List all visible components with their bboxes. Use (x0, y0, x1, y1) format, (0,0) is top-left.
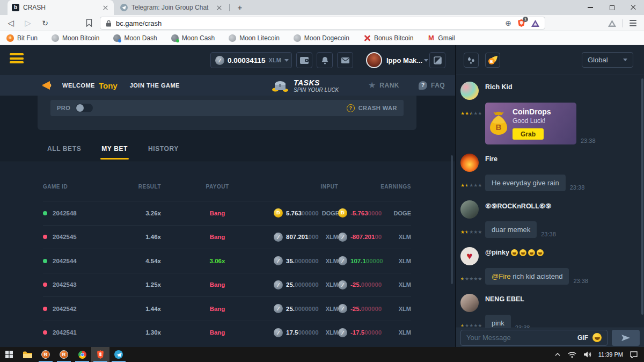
bat-rewards-icon[interactable] (531, 20, 539, 27)
system-tray: 11:39 PM (555, 351, 644, 358)
moon-coin-green-dot-icon (171, 34, 179, 42)
site-header: 0.00034115 XLM Ippo Mak... (0, 45, 455, 75)
result-value: 1.30x (134, 329, 161, 336)
payout-value: Bang (161, 234, 274, 240)
taskbar-app-brave[interactable] (91, 347, 109, 362)
rain-button[interactable] (464, 53, 479, 68)
wallet-button[interactable] (296, 52, 312, 68)
megaphone-icon (42, 81, 54, 90)
tab-close-icon[interactable] (101, 4, 109, 12)
game-panel: PRO ? CRASH WAR (38, 96, 416, 130)
rank-link[interactable]: ★ RANK (368, 81, 399, 90)
table-row[interactable]: 2042541 1.30x Bang 17.5000000XLM -17.500… (43, 321, 411, 345)
browser-toolbar: ◁ ▷ ↻ bc.game/crash ⊕ 1 (0, 15, 644, 31)
send-arrow-icon (621, 334, 631, 342)
game-id: 2042545 (53, 234, 77, 240)
kissing-emoji-icon (528, 249, 535, 256)
address-bar[interactable]: bc.game/crash ⊕ 1 (100, 17, 545, 30)
emoji-picker-icon[interactable] (592, 333, 602, 342)
clock[interactable]: 11:39 PM (598, 351, 623, 358)
save-page-plus-icon[interactable]: ⊕ (505, 19, 511, 27)
coindrops-subtitle: Good Luck! (513, 117, 551, 125)
bookmark-gmail[interactable]: MGmail (427, 34, 455, 42)
tab-all-bets[interactable]: ALL BETS (47, 145, 81, 160)
window-maximize-button[interactable] (601, 0, 623, 15)
bookmark-bonus-bitcoin[interactable]: Bonus Bitcoin (363, 34, 413, 42)
table-row[interactable]: 2042545 1.46x Bang 807.201000XLM -807.20… (43, 225, 411, 249)
taskbar-app-telegram[interactable] (109, 347, 128, 362)
tab-close-icon[interactable] (215, 4, 223, 12)
bookmark-moon-cash[interactable]: Moon Cash (171, 34, 215, 42)
pro-bar: PRO ? CRASH WAR (50, 100, 404, 116)
chat-toggle-button[interactable] (429, 52, 445, 68)
message-input-box[interactable]: GIF (460, 330, 608, 346)
avatar[interactable]: ♥ (460, 247, 479, 265)
avatar[interactable] (460, 82, 479, 100)
question-icon: ? (419, 81, 427, 90)
notifications-button[interactable] (317, 52, 333, 68)
table-row[interactable]: 2042544 4.54x 3.06x 35.0000000XLM 107.10… (43, 249, 411, 273)
forward-button[interactable]: ▷ (21, 17, 34, 30)
main-scrollbar[interactable] (451, 155, 453, 284)
avatar[interactable] (460, 200, 479, 219)
taskbar-app-freebitco[interactable]: R (55, 347, 73, 362)
taskbar-app-freebitco[interactable]: R (36, 347, 55, 362)
result-dot (43, 235, 47, 239)
tray-chevron-up-icon[interactable] (555, 353, 560, 356)
chat-panel-icon (434, 56, 442, 64)
extension-drive-icon[interactable] (608, 20, 616, 27)
new-tab-button[interactable]: + (234, 3, 246, 12)
avatar[interactable] (460, 154, 479, 172)
bookmark-moon-dash[interactable]: Moon Dash (113, 34, 157, 42)
speaker-icon[interactable] (584, 351, 591, 358)
avatar[interactable] (460, 294, 479, 312)
table-row[interactable]: 2042542 1.44x Bang 25.0000000XLM -25.000… (43, 296, 411, 321)
start-button[interactable] (0, 347, 18, 362)
crash-war-link[interactable]: ? CRASH WAR (347, 104, 397, 112)
grab-button[interactable]: Grab (513, 128, 544, 140)
balance-dropdown[interactable]: 0.00034115 XLM (210, 52, 292, 68)
bookmark-moon-litecoin[interactable]: Moon Litecoin (229, 34, 280, 42)
chat-message: Rich Kid ★★★★★ B CoinDrops Good Luck! Gr… (460, 82, 639, 144)
user-menu[interactable]: Ippo Mak... (366, 52, 428, 68)
message-input[interactable] (466, 334, 573, 342)
gif-button[interactable]: GIF (577, 334, 588, 342)
toolbar-separator (623, 19, 623, 27)
browser-tab-crash[interactable]: b CRASH (8, 0, 114, 15)
tab-title: CRASH (23, 4, 99, 11)
action-center-icon[interactable] (630, 351, 638, 358)
site-menu-icon[interactable] (10, 53, 24, 63)
moon-coin-icon (229, 34, 236, 42)
window-minimize-button[interactable] (580, 0, 601, 15)
tasks-link[interactable]: TASKS SPIN YOUR LUCK (271, 78, 339, 93)
tab-my-bet[interactable]: MY BET (101, 145, 128, 160)
chat-scrollbar[interactable] (641, 78, 643, 315)
chat-message: Fire ★★★★★ He everyday give rain 23:38 (460, 154, 639, 191)
brave-shield-icon[interactable]: 1 (517, 19, 525, 27)
table-row[interactable]: 2042548 3.26x Bang 5.76300000DOGE -5.763… (43, 201, 411, 225)
game-content: PRO ? CRASH WAR ALL BETS MY BET HISTORY (0, 96, 455, 347)
bookmark-bitfun[interactable]: Bit Fun (6, 34, 38, 42)
faq-link[interactable]: ? FAQ (419, 81, 445, 90)
send-button[interactable] (612, 330, 640, 346)
browser-tab-telegram[interactable]: Telegram: Join Group Chat (116, 0, 228, 15)
coindrop-button[interactable]: B (485, 53, 500, 68)
tab-history[interactable]: HISTORY (148, 145, 179, 160)
file-explorer-button[interactable] (18, 347, 36, 362)
bookmark-moon-dogecoin[interactable]: Moon Dogecoin (294, 34, 349, 42)
pro-toggle[interactable] (76, 104, 93, 112)
table-row[interactable]: 2042543 1.25x Bang 25.0000000XLM -25.000… (43, 273, 411, 297)
bookmark-ribbon-icon[interactable] (86, 19, 92, 29)
windows-taskbar: R R 11:39 PM (0, 347, 644, 362)
browser-menu-icon[interactable] (630, 20, 636, 26)
bookmark-moon-bitcoin[interactable]: Moon Bitcoin (52, 34, 99, 42)
gmail-m-icon: M (427, 34, 435, 42)
reload-button[interactable]: ↻ (39, 17, 52, 30)
chat-message: ⑥⑨ROCKnROLL⑥⑨ ★★★★★ duar memek 23:38 (460, 200, 639, 238)
mail-button[interactable] (337, 52, 353, 68)
window-close-button[interactable] (623, 0, 644, 15)
wifi-icon[interactable] (567, 351, 577, 358)
taskbar-app-chrome[interactable] (73, 347, 91, 362)
back-button[interactable]: ◁ (4, 17, 17, 30)
chat-channel-select[interactable]: Global (582, 52, 633, 68)
